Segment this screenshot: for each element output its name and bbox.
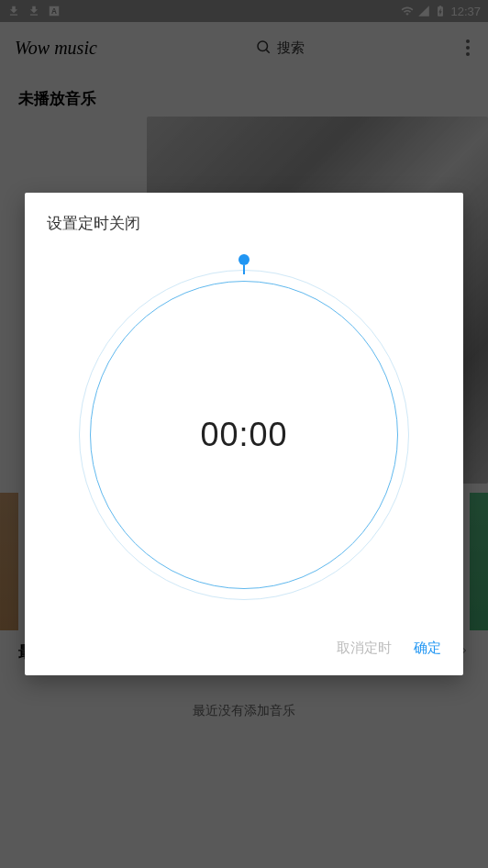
timer-inner-ring	[90, 281, 398, 589]
timer-dial[interactable]: 00:00	[25, 241, 463, 629]
modal-overlay[interactable]: 设置定时关闭 00:00 取消定时 确定	[0, 0, 488, 868]
dialog-title: 设置定时关闭	[25, 193, 463, 241]
confirm-button[interactable]: 确定	[414, 640, 441, 657]
sleep-timer-dialog: 设置定时关闭 00:00 取消定时 确定	[25, 193, 463, 675]
cancel-timer-button[interactable]: 取消定时	[337, 640, 392, 657]
timer-handle[interactable]	[238, 254, 250, 265]
